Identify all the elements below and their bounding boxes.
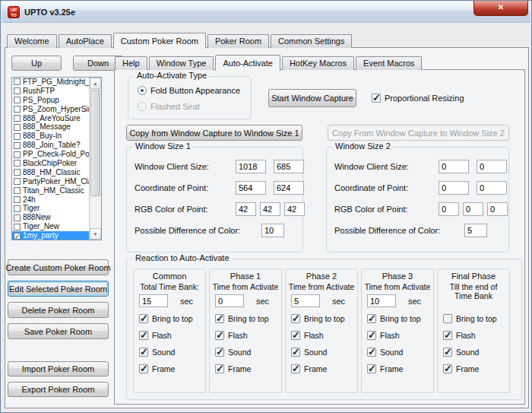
create-room-button[interactable]: Create Custom Poker Room xyxy=(8,259,109,275)
room-checkbox[interactable] xyxy=(14,187,21,194)
list-item[interactable]: FTP_PG_Midnight_F xyxy=(12,78,101,87)
room-checkbox[interactable] xyxy=(14,196,21,203)
room-checkbox[interactable] xyxy=(14,133,21,140)
tab-autoplace[interactable]: AutoPlace xyxy=(59,34,112,48)
start-window-capture-button[interactable]: Start Window Capture xyxy=(268,89,356,107)
reaction-check-row[interactable]: Sound xyxy=(367,347,421,357)
reaction-check-row[interactable]: Bring to top xyxy=(443,313,497,323)
room-checkbox[interactable] xyxy=(14,178,21,185)
room-checkbox[interactable] xyxy=(14,115,21,122)
checkbox[interactable] xyxy=(139,364,148,373)
list-item[interactable]: PS_Zoom_HyperSim xyxy=(12,105,101,114)
checkbox[interactable] xyxy=(139,314,148,323)
scroll-down-icon[interactable]: ▼ xyxy=(90,228,101,240)
reaction-check-row[interactable]: Sound xyxy=(139,347,193,357)
room-checkbox[interactable] xyxy=(14,169,21,176)
reaction-check-row[interactable]: Flash xyxy=(443,330,497,340)
tab-custom-poker-room[interactable]: Custom Poker Room xyxy=(113,33,206,49)
rgb-g-input[interactable] xyxy=(260,202,280,216)
reaction-check-row[interactable]: Frame xyxy=(291,364,345,373)
list-item[interactable]: Titan_HM_Classic xyxy=(12,186,101,195)
rgb-r-input[interactable] xyxy=(439,202,459,216)
reaction-check-row[interactable]: Bring to top xyxy=(367,313,421,323)
time-input[interactable] xyxy=(367,294,396,307)
room-checkbox[interactable] xyxy=(14,233,21,240)
tab-window-type[interactable]: Window Type xyxy=(149,56,214,70)
tab-common-settings[interactable]: Common Settings xyxy=(271,34,352,48)
edit-room-button[interactable]: Edit Selected Poker Room xyxy=(8,281,109,297)
tab-auto-activate[interactable]: Auto-Activate xyxy=(215,55,280,71)
reaction-check-row[interactable]: Bring to top xyxy=(291,313,345,323)
room-checkbox[interactable] xyxy=(14,142,21,149)
list-item[interactable]: PartyPoker_HM_Clas xyxy=(12,177,101,186)
reaction-check-row[interactable]: Bring to top xyxy=(139,313,193,323)
move-up-button[interactable]: Up xyxy=(11,56,62,71)
room-checkbox[interactable] xyxy=(14,124,21,131)
checkbox[interactable] xyxy=(372,94,381,103)
checkbox[interactable] xyxy=(291,364,300,373)
checkbox[interactable] xyxy=(443,364,452,373)
checkbox[interactable] xyxy=(139,331,148,340)
checkbox[interactable] xyxy=(215,331,224,340)
reaction-check-row[interactable]: Bring to top xyxy=(215,313,269,323)
checkbox[interactable] xyxy=(367,348,376,357)
room-checkbox[interactable] xyxy=(14,160,21,167)
list-item[interactable]: 888_Buy-In xyxy=(12,132,101,141)
tab-event-macros[interactable]: Event Macros xyxy=(356,56,422,70)
reaction-check-row[interactable]: Flash xyxy=(215,330,269,340)
reaction-check-row[interactable]: Flash xyxy=(367,330,421,340)
copy-capture-to-size2-button[interactable]: Copy From Window Capture to Window Size … xyxy=(328,125,509,141)
room-checkbox[interactable] xyxy=(14,78,21,85)
color-diff-input[interactable] xyxy=(464,224,487,237)
checkbox[interactable] xyxy=(367,314,376,323)
delete-room-button[interactable]: Delete Poker Room xyxy=(8,302,109,318)
tab-poker-room[interactable]: Poker Room xyxy=(207,34,269,48)
room-list-scrollbar[interactable]: ▲ ▼ xyxy=(89,78,101,240)
client-height-input[interactable] xyxy=(477,160,507,173)
client-width-input[interactable] xyxy=(236,160,266,173)
checkbox[interactable] xyxy=(215,364,224,373)
scroll-thumb[interactable] xyxy=(90,90,100,196)
list-item[interactable]: 888_Join_Table? xyxy=(12,141,101,150)
list-item[interactable]: PP_Check-Fold_Pop xyxy=(12,150,101,159)
proportional-resizing-checkbox[interactable]: Proportional Resizing xyxy=(372,94,464,103)
coord-x-input[interactable] xyxy=(236,181,266,195)
reaction-check-row[interactable]: Frame xyxy=(139,364,193,373)
list-item[interactable]: 1my_party xyxy=(12,231,101,240)
checkbox[interactable] xyxy=(443,314,452,323)
coord-y-input[interactable] xyxy=(477,181,507,195)
scroll-up-icon[interactable]: ▲ xyxy=(90,78,101,89)
list-item[interactable]: 888_AreYouSure xyxy=(12,114,101,123)
radio-fold-button-appearance[interactable]: Fold Button Appearance xyxy=(138,86,240,95)
reaction-check-row[interactable]: Frame xyxy=(215,364,269,373)
reaction-check-row[interactable]: Frame xyxy=(367,364,421,373)
rgb-r-input[interactable] xyxy=(236,202,256,216)
save-room-button[interactable]: Save Poker Room xyxy=(8,323,109,339)
rgb-b-input[interactable] xyxy=(284,202,305,216)
room-checkbox[interactable] xyxy=(14,151,21,158)
checkbox[interactable] xyxy=(291,331,300,340)
list-item[interactable]: 888_Message xyxy=(12,122,101,132)
close-button[interactable]: ✕ xyxy=(473,1,528,16)
checkbox[interactable] xyxy=(291,314,300,323)
list-item[interactable]: Tiger xyxy=(12,204,101,213)
client-height-input[interactable] xyxy=(274,160,304,173)
checkbox[interactable] xyxy=(215,348,224,357)
tab-help[interactable]: Help xyxy=(115,56,147,70)
import-room-button[interactable]: Import Poker Room xyxy=(8,361,109,376)
client-width-input[interactable] xyxy=(439,160,469,173)
reaction-check-row[interactable]: Flash xyxy=(291,330,345,340)
rgb-b-input[interactable] xyxy=(487,202,508,216)
list-item[interactable]: PS_Popup xyxy=(12,96,101,105)
list-item[interactable]: BlackChipPoker xyxy=(12,159,101,168)
checkbox[interactable] xyxy=(215,314,224,323)
list-item[interactable]: 888New xyxy=(12,213,101,222)
checkbox[interactable] xyxy=(443,348,452,357)
radio-flashed-seat[interactable]: Flashed Seat xyxy=(138,102,200,111)
room-checkbox[interactable] xyxy=(14,205,21,212)
time-input[interactable] xyxy=(215,294,244,307)
copy-capture-to-size1-button[interactable]: Copy from Window Capture to Window Size … xyxy=(126,125,302,141)
time-input[interactable] xyxy=(291,294,320,307)
tab-welcome[interactable]: Welcome xyxy=(7,34,57,48)
list-item[interactable]: RushFTP xyxy=(12,87,101,96)
